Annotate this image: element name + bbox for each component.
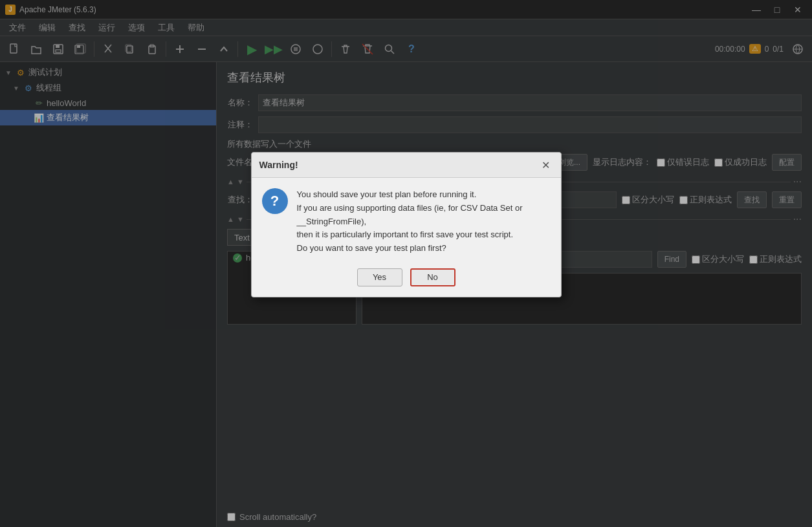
dialog-question-icon: ?	[262, 188, 288, 214]
dialog-title: Warning!	[259, 160, 298, 170]
dialog-no-button[interactable]: No	[410, 268, 455, 286]
dialog-yes-button[interactable]: Yes	[357, 268, 402, 286]
dialog-close-button[interactable]: ✕	[539, 158, 553, 172]
dialog-body: ? You should save your test plan before …	[252, 178, 561, 263]
warning-dialog: Warning! ✕ ? You should save your test p…	[251, 152, 562, 297]
dialog-message: You should save your test plan before ru…	[297, 188, 551, 255]
dialog-buttons: Yes No	[252, 263, 561, 297]
dialog-overlay: Warning! ✕ ? You should save your test p…	[0, 0, 812, 527]
dialog-title-bar: Warning! ✕	[252, 153, 561, 178]
